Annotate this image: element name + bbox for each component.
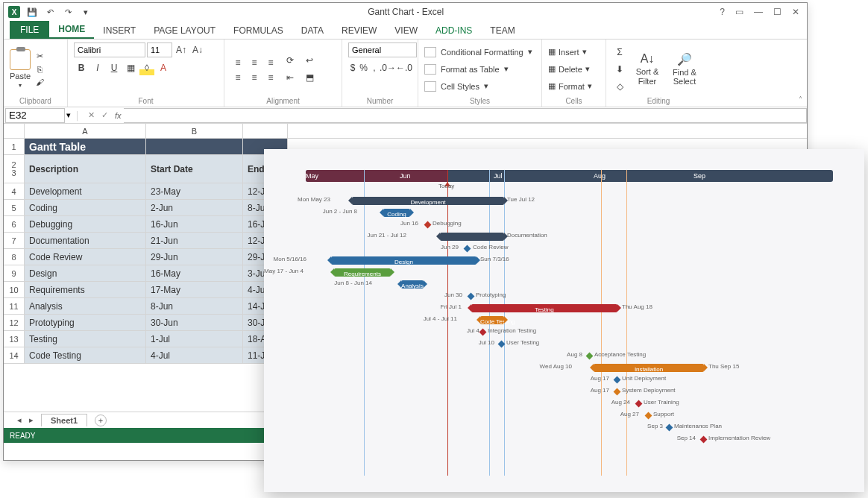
table-cell[interactable]: 16-Jun	[146, 216, 243, 233]
paste-button[interactable]: Paste ▾	[10, 49, 31, 89]
undo-icon[interactable]: ↶	[44, 7, 56, 17]
table-cell[interactable]: 17-May	[146, 282, 243, 298]
tab-review[interactable]: REVIEW	[333, 22, 386, 39]
table-cell[interactable]: Analysis	[25, 298, 146, 315]
maximize-icon[interactable]: ☐	[773, 7, 781, 17]
copy-icon[interactable]: ⎘	[34, 64, 45, 75]
fill-button[interactable]: ⬇	[612, 62, 627, 77]
sheet-nav-prev-icon[interactable]: ◂	[17, 415, 22, 425]
align-right[interactable]: ≡	[263, 70, 278, 85]
tab-view[interactable]: VIEW	[386, 22, 427, 39]
table-cell[interactable]: Code Testing	[25, 347, 146, 364]
table-cell[interactable]: Documentation	[25, 233, 146, 249]
table-cell[interactable]: 8-Jun	[146, 298, 243, 315]
minimize-icon[interactable]: —	[754, 7, 763, 17]
name-box[interactable]	[5, 108, 65, 123]
font-name-select[interactable]	[74, 42, 145, 57]
tab-home[interactable]: HOME	[49, 21, 94, 39]
select-all-corner[interactable]	[4, 124, 25, 138]
underline-button[interactable]: U	[107, 60, 122, 75]
merge-button[interactable]: ⬒	[302, 70, 317, 85]
col-description[interactable]: Description	[25, 155, 146, 183]
formula-input[interactable]	[124, 108, 807, 123]
close-icon[interactable]: ✕	[792, 7, 799, 17]
enter-formula-icon[interactable]: ✓	[98, 110, 112, 120]
table-cell[interactable]: Debugging	[25, 216, 146, 233]
indent-dec[interactable]: ⇤	[283, 70, 298, 85]
table-cell[interactable]: 16-May	[146, 265, 243, 282]
gantt-task-label: Maintenance Plan	[674, 423, 722, 429]
table-cell[interactable]: 21-Jun	[146, 233, 243, 249]
border-button[interactable]: ▦	[123, 60, 138, 75]
dec-decimal[interactable]: ←.0	[397, 60, 412, 75]
table-cell[interactable]: 1-Jul	[146, 331, 243, 347]
table-cell[interactable]: Coding	[25, 200, 146, 216]
wrap-text-button[interactable]: ↩	[302, 53, 317, 68]
table-cell[interactable]: Code Review	[25, 249, 146, 265]
collapse-ribbon-icon[interactable]: ˄	[799, 95, 802, 104]
cut-icon[interactable]: ✂	[34, 51, 45, 62]
number-format-select[interactable]	[348, 42, 417, 57]
percent-button[interactable]: %	[359, 60, 368, 75]
delete-cells-button[interactable]: ▦ Delete ▾	[548, 62, 600, 77]
align-bottom[interactable]: ≡	[263, 55, 278, 70]
comma-button[interactable]: ,	[370, 60, 379, 75]
col-header-a[interactable]: A	[25, 124, 146, 138]
fx-icon[interactable]: fx	[112, 111, 125, 120]
table-title[interactable]: Gantt Table	[25, 139, 146, 155]
tab-team[interactable]: TEAM	[481, 22, 523, 39]
italic-button[interactable]: I	[90, 60, 105, 75]
cell-styles-button[interactable]: Cell Styles ▾	[424, 79, 535, 94]
table-cell[interactable]: 29-Jun	[146, 249, 243, 265]
table-cell[interactable]: 23-May	[146, 183, 243, 200]
format-as-table-button[interactable]: Format as Table ▾	[424, 62, 535, 77]
tab-insert[interactable]: INSERT	[94, 22, 145, 39]
font-color-button[interactable]: A	[156, 60, 171, 75]
redo-icon[interactable]: ↷	[62, 7, 74, 17]
format-cells-button[interactable]: ▦ Format ▾	[548, 79, 600, 94]
clear-button[interactable]: ◇	[612, 79, 627, 94]
currency-button[interactable]: $	[348, 60, 357, 75]
fill-color-button[interactable]: ◊	[139, 60, 154, 75]
format-painter-icon[interactable]: 🖌	[34, 77, 45, 87]
help-icon[interactable]: ?	[720, 7, 725, 17]
ribbon-options-icon[interactable]: ▭	[735, 7, 743, 17]
save-icon[interactable]: 💾	[26, 7, 38, 17]
tab-formulas[interactable]: FORMULAS	[224, 22, 292, 39]
align-middle[interactable]: ≡	[247, 55, 262, 70]
align-center[interactable]: ≡	[247, 70, 262, 85]
align-top[interactable]: ≡	[230, 55, 245, 70]
tab-data[interactable]: DATA	[292, 22, 333, 39]
col-header-b[interactable]: B	[146, 124, 243, 138]
insert-cells-button[interactable]: ▦ Insert ▾	[548, 45, 600, 60]
conditional-formatting-button[interactable]: Conditional Formatting ▾	[424, 45, 535, 60]
col-start-date[interactable]: Start Date	[146, 155, 243, 183]
font-size-select[interactable]	[147, 42, 172, 57]
table-cell[interactable]: Design	[25, 265, 146, 282]
orientation-button[interactable]: ⟳	[283, 53, 298, 68]
col-header-c[interactable]	[243, 124, 288, 138]
table-cell[interactable]: Testing	[25, 331, 146, 347]
new-sheet-button[interactable]: +	[95, 415, 107, 426]
table-cell[interactable]: 4-Jul	[146, 347, 243, 364]
sheet-nav-next-icon[interactable]: ▸	[29, 415, 34, 425]
autosum-button[interactable]: Σ	[612, 45, 627, 60]
find-select-button[interactable]: 🔎 Find & Select	[667, 52, 702, 86]
table-cell[interactable]: 2-Jun	[146, 200, 243, 216]
table-cell[interactable]: 30-Jun	[146, 315, 243, 331]
qat-more-icon[interactable]: ▾	[80, 7, 92, 17]
table-cell[interactable]: Development	[25, 183, 146, 200]
sheet-tab[interactable]: Sheet1	[41, 414, 87, 426]
inc-decimal[interactable]: .0→	[380, 60, 395, 75]
table-cell[interactable]: Requirements	[25, 282, 146, 298]
align-left[interactable]: ≡	[230, 70, 245, 85]
grow-font-icon[interactable]: A↑	[174, 42, 189, 57]
bold-button[interactable]: B	[74, 60, 89, 75]
shrink-font-icon[interactable]: A↓	[190, 42, 205, 57]
tab-file[interactable]: FILE	[10, 21, 49, 39]
tab-addins[interactable]: ADD-INS	[427, 22, 481, 39]
cancel-formula-icon[interactable]: ✕	[85, 110, 98, 120]
table-cell[interactable]: Prototyping	[25, 315, 146, 331]
tab-pagelayout[interactable]: PAGE LAYOUT	[145, 22, 224, 39]
sort-filter-button[interactable]: A↓ Sort & Filter	[630, 52, 664, 85]
